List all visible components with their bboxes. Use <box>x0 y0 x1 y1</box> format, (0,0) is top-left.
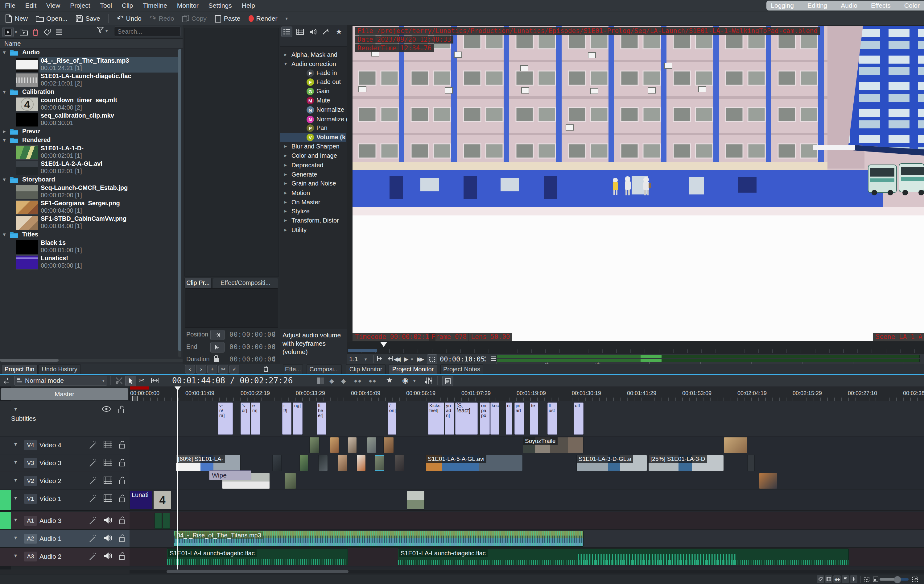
menu-timeline[interactable]: Timeline <box>138 0 172 11</box>
v2-clip[interactable] <box>759 473 777 489</box>
fx-gain[interactable]: GGain <box>280 87 346 96</box>
new-button[interactable]: New <box>5 15 28 23</box>
v1-clip-lunatics-title[interactable]: Lunati <box>130 491 152 510</box>
timeline-tracks[interactable]: v- n/ ra] 's or] e m] r t!] ng] ft he er… <box>130 401 924 569</box>
subtitle-clip[interactable]: ft he er] <box>317 402 326 435</box>
fx-cat-alpha[interactable]: ▸Alpha, Mask and <box>280 51 346 60</box>
track-header-v1[interactable]: ▾V1Video 1 <box>0 490 130 511</box>
chevron-down-icon[interactable]: ▾ <box>3 177 5 182</box>
fx-cat-audio-correction[interactable]: ▾Audio correction <box>280 60 346 69</box>
collapse-chevron-icon[interactable]: ▾ <box>14 405 17 412</box>
timeline-hscrollbar[interactable] <box>130 570 924 574</box>
timeline-zone[interactable] <box>130 386 148 390</box>
v3-clip[interactable] <box>299 455 309 471</box>
bin-folder-calibration[interactable]: ▾ Calibration <box>0 88 178 97</box>
forward-icon[interactable]: ▶▶ <box>417 356 422 363</box>
workspace-audio[interactable]: Audio <box>841 2 857 9</box>
lock-icon[interactable] <box>119 441 126 450</box>
bin-folder-rendered[interactable]: ▾ Rendered <box>0 136 178 145</box>
a1-track-row[interactable] <box>130 512 924 530</box>
favorite-effects-icon[interactable]: ★ <box>334 27 344 37</box>
spacer-tool-icon[interactable] <box>151 377 159 385</box>
v3-clip-5a-gl[interactable]: S1E01-LA-5-A-GL.avi <box>426 455 523 471</box>
chevron-down-icon[interactable]: ▾ <box>3 89 5 95</box>
track-header-v4[interactable]: ▾V4Video 4 <box>0 437 130 454</box>
track-target-icon[interactable] <box>2 377 10 385</box>
fx-pan[interactable]: PPan <box>280 124 346 133</box>
subtitle-clip[interactable]: knc] <box>490 402 499 435</box>
show-tags-toggle[interactable] <box>817 575 824 583</box>
subtitle-clip[interactable]: v- n/ ra] <box>218 402 233 435</box>
undo-button[interactable]: ↶Undo <box>117 13 142 23</box>
zoom-chevron-down-icon[interactable]: ▾ <box>365 357 367 362</box>
bin-clip-la2a[interactable]: S1E01-LA-2-A-GL.avi00:00:02:01 [1] <box>0 160 178 175</box>
chevron-down-icon[interactable]: ▾ <box>3 232 5 237</box>
video-target-indicator[interactable] <box>0 490 11 510</box>
lock-icon[interactable] <box>213 355 219 364</box>
keyframe-remove-icon[interactable]: ◆ <box>341 377 346 385</box>
v4-clip[interactable] <box>309 437 320 453</box>
v4-clip[interactable] <box>348 437 357 453</box>
show-audio-toggle[interactable]: ◆◆ <box>833 575 841 583</box>
add-button[interactable]: + <box>207 365 217 374</box>
a2-clip-mp3[interactable]: 04_-_Rise_of_The_Titans.mp3 <box>174 531 584 547</box>
workspace-editing[interactable]: Editing <box>807 2 827 9</box>
a3-clip-flac2[interactable]: S1E01-LA-Launch-diagetic.flac <box>398 549 849 565</box>
track-header-v3[interactable]: ▾V3Video 3 <box>0 454 130 472</box>
monitor-seekbar[interactable] <box>346 342 924 354</box>
menu-tool[interactable]: Tool <box>95 0 117 11</box>
end-spinner[interactable]: ▴▾ <box>273 342 275 351</box>
bin-clip-la1d[interactable]: S1E01-LA-1-D-00:00:02:01 [1] <box>0 145 178 160</box>
fit-zoom-icon[interactable] <box>863 576 870 584</box>
duration-spinner[interactable]: ▴▾ <box>273 354 275 363</box>
bin-folder-previz[interactable]: ▸ Previz <box>0 127 178 136</box>
menu-monitor[interactable]: Monitor <box>172 0 203 11</box>
fx-fade-in[interactable]: FFade in <box>280 69 346 78</box>
lock-icon[interactable] <box>118 405 125 415</box>
subtitle-clip[interactable]: ng] <box>293 402 302 435</box>
subtitle-clip[interactable]: on pa. po <box>480 402 490 435</box>
workspace-logging[interactable]: Logging <box>771 2 794 9</box>
timecode-spinner[interactable]: ▴▾ <box>484 354 486 363</box>
bin-view-icon[interactable] <box>2 27 13 37</box>
zoom-slider[interactable] <box>879 578 909 581</box>
show-thumbnails-toggle[interactable] <box>825 575 832 583</box>
keyframe-next-icon[interactable]: ◆◆ <box>369 379 377 383</box>
filter-funnel-icon[interactable] <box>97 27 104 35</box>
v4-clip[interactable] <box>330 437 339 453</box>
custom-effects-icon[interactable] <box>321 27 331 37</box>
bin-clip-georgiana[interactable]: SF1-Georgiana_Sergei.png00:00:04:00 [1] <box>0 200 178 215</box>
fx-fade-out[interactable]: FFade out <box>280 78 346 87</box>
monitor-timecode[interactable]: 00:00:10:05 <box>440 355 485 363</box>
zone-in-icon[interactable] <box>376 356 383 363</box>
v1-clip[interactable] <box>407 491 425 510</box>
bin-clip-cmcr[interactable]: Seq-Launch-CMCR_Estab.jpg00:00:02:00 [1] <box>0 184 178 200</box>
video-effects-icon[interactable] <box>295 27 305 37</box>
edit-mode-select[interactable]: Normal mode ▾ <box>14 376 107 385</box>
menu-file[interactable]: File <box>0 0 20 11</box>
bin-hscrollbar[interactable] <box>0 359 183 362</box>
bin-folder-storyboard[interactable]: ▾ Storyboard <box>0 175 178 184</box>
tab-clip-properties[interactable]: Clip Pr... <box>185 278 211 288</box>
tab-undo-history[interactable]: Undo History <box>38 364 81 374</box>
bin-folder-titles[interactable]: ▾ Titles <box>0 231 178 239</box>
a1-clip[interactable] <box>163 513 170 529</box>
favorite-star-icon[interactable]: ★ <box>386 376 393 385</box>
zoom-slider-handle[interactable] <box>894 576 901 583</box>
menu-edit[interactable]: Edit <box>20 0 41 11</box>
eye-icon[interactable] <box>102 405 111 414</box>
mix-clips-icon[interactable] <box>116 377 123 385</box>
subtitle-clip[interactable]: jin art <box>515 402 524 435</box>
fx-cat-color[interactable]: ▸Color and Image <box>280 152 346 160</box>
menu-view[interactable]: View <box>41 0 65 11</box>
v3-clip[interactable] <box>338 455 347 471</box>
v3-clip[interactable] <box>356 455 366 471</box>
tab-compositions[interactable]: Composi... <box>307 364 342 374</box>
keyframe-add-icon[interactable]: ◆ <box>329 377 334 385</box>
effects-list-view-icon[interactable] <box>281 26 292 37</box>
copy-button[interactable]: Copy <box>182 15 207 22</box>
snap-toggle[interactable] <box>850 575 857 583</box>
v3-track-row[interactable] <box>130 454 924 472</box>
playhead-line[interactable] <box>177 386 178 569</box>
v3-clip[interactable] <box>318 455 328 471</box>
